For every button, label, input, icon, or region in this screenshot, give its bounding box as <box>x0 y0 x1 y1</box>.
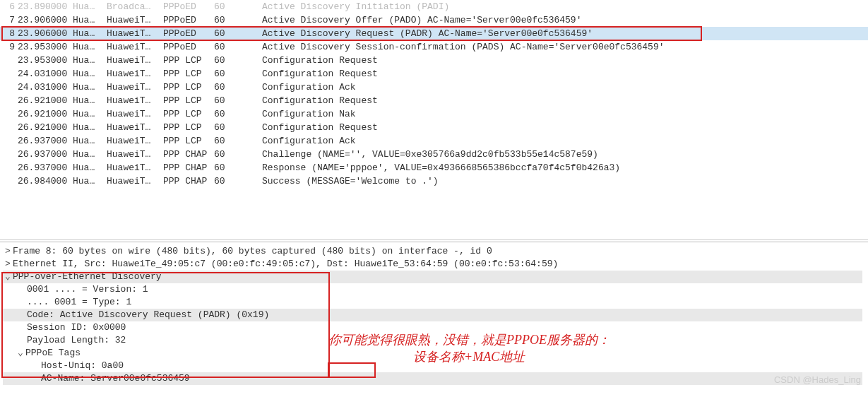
packet-info: Configuration Request <box>242 54 868 67</box>
packet-proto: PPPoED <box>163 0 214 13</box>
packet-src: Hua… <box>73 40 107 54</box>
packet-row[interactable]: 26.984000Hua…HuaweiT…PPP CHAP60Success (… <box>0 174 868 188</box>
packet-no <box>2 67 15 81</box>
packet-src: Hua… <box>73 81 107 94</box>
packet-dst: HuaweiT… <box>107 148 163 161</box>
chevron-down-icon: ⌄ <box>3 271 13 283</box>
packet-row[interactable]: 23.953000Hua…HuaweiT…PPP LCP60Configurat… <box>0 54 868 67</box>
detail-acname[interactable]: AC-Name: Server00e0fc536459 <box>3 372 862 385</box>
packet-len: 60 <box>214 107 242 121</box>
packet-len: 60 <box>214 54 242 67</box>
packet-time: 23.953000 <box>15 40 73 54</box>
packet-info: Active Discovery Initiation (PADI) <box>242 0 868 13</box>
packet-info: Active Discovery Session-confirmation (P… <box>242 40 868 54</box>
packet-len: 60 <box>214 81 242 94</box>
packet-src: Hua… <box>73 161 107 174</box>
packet-src: Hua… <box>73 27 107 40</box>
packet-len: 60 <box>214 94 242 107</box>
packet-dst: HuaweiT… <box>107 107 163 121</box>
packet-row[interactable]: 26.921000Hua…HuaweiT…PPP LCP60Configurat… <box>0 121 868 134</box>
packet-info: Configuration Ack <box>242 81 868 94</box>
packet-proto: PPP LCP <box>163 81 214 94</box>
chevron-right-icon: > <box>3 258 13 271</box>
packet-proto: PPP LCP <box>163 94 214 107</box>
chevron-down-icon: ⌄ <box>16 347 25 360</box>
packet-time: 26.921000 <box>15 121 73 134</box>
packet-proto: PPP CHAP <box>163 161 214 174</box>
packet-dst: HuaweiT… <box>107 121 163 134</box>
packet-proto: PPP LCP <box>163 107 214 121</box>
packet-no <box>2 148 15 161</box>
packet-dst: HuaweiT… <box>107 81 163 94</box>
detail-ethernet[interactable]: >Ethernet II, Src: HuaweiTe_49:05:c7 (00… <box>3 258 862 271</box>
detail-type[interactable]: .... 0001 = Type: 1 <box>3 296 862 309</box>
packet-details[interactable]: >Frame 8: 60 bytes on wire (480 bits), 6… <box>0 242 868 388</box>
packet-row[interactable]: 823.906000Hua…HuaweiT…PPPoED60Active Dis… <box>0 27 868 40</box>
packet-row[interactable]: 923.953000Hua…HuaweiT…PPPoED60Active Dis… <box>0 40 868 54</box>
packet-src: Hua… <box>73 94 107 107</box>
packet-info: Response (NAME='pppoe', VALUE=0x49366685… <box>242 161 868 174</box>
packet-src: Hua… <box>73 174 107 188</box>
packet-src: Hua… <box>73 107 107 121</box>
packet-src: Hua… <box>73 148 107 161</box>
packet-dst: Broadca… <box>107 0 163 13</box>
packet-row[interactable]: 26.937000Hua…HuaweiT…PPP CHAP60Challenge… <box>0 148 868 161</box>
packet-info: Configuration Ack <box>242 134 868 148</box>
packet-info: Configuration Nak <box>242 107 868 121</box>
packet-row[interactable]: 26.937000Hua…HuaweiT…PPP CHAP60Response … <box>0 161 868 174</box>
packet-dst: HuaweiT… <box>107 67 163 81</box>
packet-time: 24.031000 <box>15 67 73 81</box>
detail-code[interactable]: Code: Active Discovery Request (PADR) (0… <box>3 309 862 321</box>
packet-src: Hua… <box>73 13 107 27</box>
packet-len: 60 <box>214 121 242 134</box>
detail-frame-text: Frame 8: 60 bytes on wire (480 bits), 60… <box>13 246 492 256</box>
packet-list[interactable]: 623.890000Hua…Broadca…PPPoED60Active Dis… <box>0 0 868 240</box>
packet-time: 23.906000 <box>15 13 73 27</box>
packet-len: 60 <box>214 27 242 40</box>
packet-len: 60 <box>214 161 242 174</box>
packet-time: 26.921000 <box>15 94 73 107</box>
packet-proto: PPP LCP <box>163 67 214 81</box>
packet-row[interactable]: 24.031000Hua…HuaweiT…PPP LCP60Configurat… <box>0 81 868 94</box>
packet-row[interactable]: 24.031000Hua…HuaweiT…PPP LCP60Configurat… <box>0 67 868 81</box>
packet-proto: PPP LCP <box>163 121 214 134</box>
packet-len: 60 <box>214 13 242 27</box>
packet-dst: HuaweiT… <box>107 174 163 188</box>
packet-info: Success (MESSAGE='Welcome to .') <box>242 174 868 188</box>
detail-frame[interactable]: >Frame 8: 60 bytes on wire (480 bits), 6… <box>3 245 862 258</box>
annotation-line2: 设备名称+MAC地址 <box>328 348 610 365</box>
packet-src: Hua… <box>73 134 107 148</box>
packet-row[interactable]: 26.921000Hua…HuaweiT…PPP LCP60Configurat… <box>0 107 868 121</box>
packet-dst: HuaweiT… <box>107 40 163 54</box>
packet-row[interactable]: 723.906000Hua…HuaweiT…PPPoED60Active Dis… <box>0 13 868 27</box>
packet-no <box>2 54 15 67</box>
packet-info: Configuration Request <box>242 94 868 107</box>
packet-info: Configuration Request <box>242 67 868 81</box>
annotation-text: 你可能觉得很眼熟，没错，就是PPPOE服务器的： 设备名称+MAC地址 <box>328 331 610 365</box>
watermark: CSDN @Hades_Ling <box>774 374 861 385</box>
packet-src: Hua… <box>73 121 107 134</box>
packet-row[interactable]: 26.921000Hua…HuaweiT…PPP LCP60Configurat… <box>0 94 868 107</box>
packet-no <box>2 94 15 107</box>
packet-no <box>2 174 15 188</box>
packet-no: 9 <box>2 40 15 54</box>
packet-no: 7 <box>2 13 15 27</box>
packet-time: 26.937000 <box>15 134 73 148</box>
packet-src: Hua… <box>73 67 107 81</box>
packet-dst: HuaweiT… <box>107 27 163 40</box>
packet-row[interactable]: 26.937000Hua…HuaweiT…PPP LCP60Configurat… <box>0 134 868 148</box>
packet-row[interactable]: 623.890000Hua…Broadca…PPPoED60Active Dis… <box>0 0 868 13</box>
packet-len: 60 <box>214 134 242 148</box>
detail-pppoe[interactable]: ⌄PPP-over-Ethernet Discovery <box>3 271 862 283</box>
packet-proto: PPPoED <box>163 13 214 27</box>
annotation-line1: 你可能觉得很眼熟，没错，就是PPPOE服务器的： <box>328 331 610 348</box>
packet-time: 26.984000 <box>15 174 73 188</box>
packet-no <box>2 121 15 134</box>
packet-time: 23.906000 <box>15 27 73 40</box>
packet-time: 23.890000 <box>15 0 73 13</box>
packet-proto: PPPoED <box>163 40 214 54</box>
packet-no <box>2 134 15 148</box>
detail-version[interactable]: 0001 .... = Version: 1 <box>3 283 862 296</box>
packet-src: Hua… <box>73 54 107 67</box>
packet-len: 60 <box>214 67 242 81</box>
